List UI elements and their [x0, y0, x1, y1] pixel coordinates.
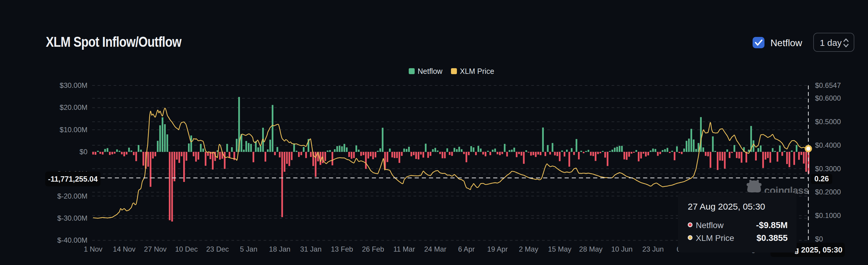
svg-text:$10.00M: $10.00M	[60, 126, 88, 134]
svg-text:6 Apr: 6 Apr	[458, 245, 475, 253]
svg-text:11 Mar: 11 Mar	[393, 245, 415, 253]
svg-text:26 Feb: 26 Feb	[362, 245, 384, 253]
svg-text:18 Jan: 18 Jan	[269, 245, 290, 253]
svg-text:13 Feb: 13 Feb	[331, 245, 353, 253]
svg-text:24 Mar: 24 Mar	[424, 245, 446, 253]
svg-text:0.26: 0.26	[814, 175, 829, 183]
svg-text:$0.3000: $0.3000	[815, 165, 841, 173]
svg-text:23 Jun: 23 Jun	[642, 245, 664, 253]
svg-text:2 May: 2 May	[519, 245, 538, 253]
svg-text:$-20.00M: $-20.00M	[57, 192, 88, 200]
svg-text:$0.6000: $0.6000	[815, 94, 841, 102]
svg-text:$20.00M: $20.00M	[60, 103, 88, 111]
svg-text:5 Jan: 5 Jan	[240, 245, 258, 253]
svg-text:28 May: 28 May	[579, 245, 603, 253]
svg-text:10 Dec: 10 Dec	[175, 245, 198, 253]
svg-text:$0: $0	[80, 148, 88, 156]
svg-text:$0.4000: $0.4000	[815, 141, 841, 149]
svg-text:$-40.00M: $-40.00M	[57, 236, 88, 244]
svg-text:$0.5000: $0.5000	[815, 118, 841, 126]
svg-text:14 Nov: 14 Nov	[113, 245, 136, 253]
svg-text:-11,771,255.04: -11,771,255.04	[48, 175, 98, 183]
svg-text:$0: $0	[815, 235, 823, 243]
svg-text:15 May: 15 May	[548, 245, 571, 253]
svg-text:31 Jan: 31 Jan	[300, 245, 321, 253]
svg-text:$30.00M: $30.00M	[60, 81, 88, 89]
svg-text:1 Nov: 1 Nov	[84, 245, 103, 253]
svg-text:10 Jun: 10 Jun	[611, 245, 633, 253]
svg-text:$-30.00M: $-30.00M	[57, 214, 88, 222]
svg-text:19 Apr: 19 Apr	[487, 245, 508, 253]
svg-text:27 Nov: 27 Nov	[144, 245, 166, 253]
svg-text:23 Dec: 23 Dec	[206, 245, 229, 253]
svg-text:$0.6547: $0.6547	[815, 81, 841, 89]
svg-text:$0.1000: $0.1000	[815, 211, 841, 219]
svg-text:$0.2000: $0.2000	[815, 188, 841, 196]
